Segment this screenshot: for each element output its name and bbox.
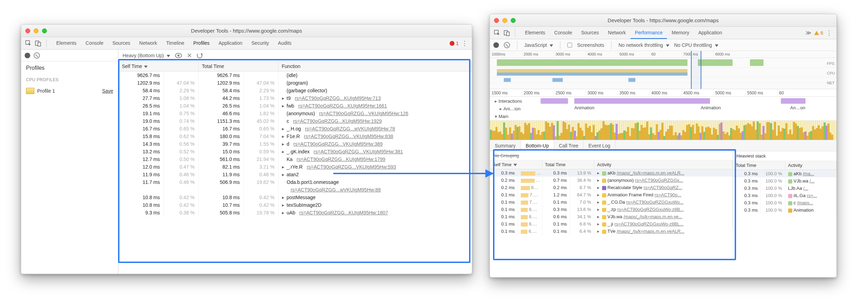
network-throttle-select[interactable]: No network throttling [618, 42, 669, 48]
col-total-time[interactable]: Total Time [733, 161, 785, 170]
profile-row[interactable]: 26.5 ms1.04 %26.5 ms1.04 %▸fwb rs=ACT90o… [118, 102, 472, 110]
overview-selection[interactable] [691, 51, 701, 89]
profile-row[interactable]: 12.7 ms0.50 %561.0 ms21.94 %Ka rs=ACT90o… [118, 155, 472, 163]
heaviest-row[interactable]: 0.3 ms100.0 %VJb.wa /... [733, 177, 836, 185]
tab-profiles[interactable]: Profiles [189, 37, 214, 49]
profile-row[interactable]: rs=ACT90oGqRZGG...wVKUIgM95Hw:88 [118, 186, 472, 194]
zoom-window-button[interactable] [42, 28, 47, 33]
tab-network[interactable]: Network [135, 37, 161, 49]
source-link[interactable]: /ma... [803, 171, 814, 176]
clear-icon[interactable] [504, 42, 510, 48]
source-link[interactable]: /maps... [797, 200, 813, 205]
col-self-time[interactable]: Self Time [118, 61, 198, 71]
record-icon[interactable] [493, 42, 499, 48]
source-link[interactable]: /maps/_/js/k=maps.m.en.yeALR... [617, 170, 684, 176]
profile-row[interactable]: 58.4 ms2.29 %58.4 ms2.29 %(garbage colle… [118, 87, 472, 94]
close-window-button[interactable] [494, 18, 499, 23]
profile-row[interactable]: 12.0 ms0.47 %82.1 ms3.21 %▸_.rYe.R rs=AC… [118, 163, 472, 171]
profile-row[interactable]: 14.3 ms0.56 %39.7 ms1.55 %▸d rs=ACT90oGq… [118, 140, 472, 148]
bottomup-row[interactable]: 0.1 ms7.3 %1.2 ms64.7 %▸Animation Frame … [490, 191, 733, 198]
device-toolbar-icon[interactable] [34, 40, 42, 47]
bottom-tab-summary[interactable]: Summary [490, 140, 521, 151]
source-link[interactable]: rs=ACT90oGqRZGG...KUIgM95Hw:1929 [293, 118, 382, 124]
profile-item[interactable]: Profile 1 Save [21, 85, 118, 97]
minimize-window-button[interactable] [502, 18, 507, 23]
tab-memory[interactable]: Memory [668, 27, 694, 39]
profile-row[interactable]: 27.7 ms1.08 %44.2 ms1.73 %▸t9 rs=ACT90oG… [118, 94, 472, 102]
heaviest-row[interactable]: 0.3 ms100.0 %Animation [733, 206, 836, 214]
heaviest-row[interactable]: 0.3 ms100.0 %LJb.Aa /... [733, 185, 836, 192]
source-link[interactable]: rs=ACT90oGqRZ... [644, 185, 683, 190]
zoom-window-button[interactable] [511, 18, 516, 23]
tab-elements[interactable]: Elements [52, 37, 81, 49]
profile-row[interactable]: 1202.9 ms47.04 %1202.9 ms47.04 %(program… [118, 79, 472, 87]
error-count-badge[interactable]: 1 [450, 41, 459, 46]
bottomup-row[interactable]: 0.1 ms6.8 %0.3 ms13.6 %▸_.zp rs=ACT90oGq… [490, 206, 733, 213]
source-link[interactable]: rs=ACT90oGqRZGG...KUIgM95Hw:1799 [297, 156, 385, 162]
heaviest-row[interactable]: 0.3 ms100.0 %c /maps... [733, 199, 836, 206]
profile-row[interactable]: 9626.7 ms9626.7 ms(idle) [118, 71, 472, 79]
tab-application[interactable]: Application [694, 27, 726, 39]
bottomup-row[interactable]: 0.1 ms7.0 %0.1 ms7.0 %▸_.CG.Da rs=ACT90o… [490, 198, 733, 206]
heaviest-row[interactable]: 0.3 ms100.0 %iIL.Ga rs=... [733, 192, 836, 199]
tab-sources[interactable]: Sources [577, 27, 603, 39]
bottomup-row[interactable]: 0.2 ms8.7 %0.2 ms8.7 %▸Recalculate Style… [490, 184, 733, 191]
source-link[interactable]: /... [803, 186, 808, 191]
source-link[interactable]: /maps/_/js/k=maps.m.en.ye... [624, 214, 682, 219]
kebab-menu-icon[interactable]: ⋮ [461, 40, 468, 47]
main-track[interactable]: Main [490, 112, 836, 120]
source-link[interactable]: rs=ACT90oGqRZGG...VKUIgM95Hw:389 [293, 141, 383, 147]
bottom-tab-bottom-up[interactable]: Bottom-Up [521, 140, 554, 151]
source-link[interactable]: rs=ACT90oGqRZGGxuWo-z8B... [617, 207, 684, 212]
source-link[interactable]: rs=ACT90oGqRZGG...VKUIgM95Hw:126 [319, 111, 408, 116]
bottomup-row[interactable]: 0.3 ms13.9 %0.3 ms13.9 %▸aKb /maps/_/js/… [490, 169, 733, 177]
source-link[interactable]: rs=ACT90oGqRZGGxuWo... [626, 199, 684, 205]
tab-network[interactable]: Network [604, 27, 630, 39]
heaviest-row[interactable]: 0.3 ms100.0 %aKb /ma... [733, 170, 836, 178]
source-link[interactable]: rs=ACT90oGqRZGG...KUIgM95Hw:1807 [299, 210, 388, 215]
kebab-menu-icon[interactable]: ⋮ [825, 29, 833, 37]
source-link[interactable]: rs=ACT90oGqRZGG...VKUIgM95Hw:838 [304, 134, 393, 139]
col-total-time[interactable]: Total Time [198, 61, 278, 71]
source-link[interactable]: /... [810, 178, 815, 184]
source-link[interactable]: rs=ACT90oGqRZGG...KUIgM95Hw:713 [295, 95, 381, 101]
bottomup-row[interactable]: 0.1 ms6.8 %0.6 ms34.1 %▸VJb.wa /maps/_/j… [490, 213, 733, 220]
focus-icon[interactable] [175, 53, 182, 58]
tab-performance[interactable]: Performance [631, 27, 667, 39]
source-link[interactable]: rs=... [807, 193, 817, 198]
profile-row[interactable]: 11.9 ms0.46 %11.9 ms0.46 %▸atan2 [118, 171, 472, 178]
view-select[interactable]: Heavy (Bottom Up) [123, 53, 170, 58]
more-tabs-icon[interactable]: ≫ [804, 29, 812, 37]
tab-application[interactable]: Application [215, 37, 247, 49]
tab-security[interactable]: Security [247, 37, 273, 49]
inspect-element-icon[interactable] [493, 29, 501, 37]
col-total-time[interactable]: Total Time [542, 160, 594, 169]
profile-row[interactable]: 13.2 ms0.52 %15.0 ms0.59 %▸_.gK.index rs… [118, 148, 472, 155]
scope-select[interactable]: JavaScript [524, 42, 553, 48]
close-icon[interactable]: ✕ [187, 52, 192, 59]
record-icon[interactable] [25, 53, 30, 58]
reload-icon[interactable] [197, 53, 202, 58]
no-grouping-label[interactable]: No Grouping [490, 151, 733, 160]
profile-row[interactable]: 15.8 ms0.62 %180.0 ms7.04 %▸F1e.R rs=ACT… [118, 133, 472, 140]
profile-row[interactable]: 9.3 ms0.36 %505.8 ms19.78 %▸uAb rs=ACT90… [118, 209, 472, 216]
bottomup-row[interactable]: 0.1 ms6.4 %0.1 ms6.4 %▸TVe /maps/_/js/k=… [490, 228, 733, 235]
bottom-tab-event-log[interactable]: Event Log [584, 140, 616, 151]
source-link[interactable]: rs=ACT90oGqRZGG...KUIgM95Hw:1661 [298, 103, 387, 109]
profile-row[interactable]: 19.1 ms0.75 %46.6 ms1.82 %(anonymous) rs… [118, 110, 472, 117]
profile-row[interactable]: 10.8 ms0.42 %10.7 ms0.42 %▸texSubImage2D [118, 201, 472, 209]
source-link[interactable]: rs=ACT90oGqRZGG...VKUIgM95Hw:593 [307, 164, 396, 170]
bottomup-row[interactable]: 0.1 ms6.8 %0.1 ms6.8 %▸_.ji rs=ACT90oGqR… [490, 220, 733, 228]
source-link[interactable]: rs=ACT90oGqRZGG...wVKUIgM95Hw:78 [305, 126, 395, 131]
col-self-time[interactable]: Self Time [490, 160, 542, 169]
profile-row[interactable]: 10.8 ms0.42 %10.8 ms0.42 %▸postMessage [118, 194, 472, 201]
col-function[interactable]: Function [278, 61, 471, 71]
tab-sources[interactable]: Sources [108, 37, 134, 49]
interactions-track[interactable]: Interactions [490, 97, 836, 105]
tab-audits[interactable]: Audits [274, 37, 296, 49]
device-toolbar-icon[interactable] [503, 29, 511, 37]
warning-count-badge[interactable]: 6 [814, 30, 823, 36]
clear-icon[interactable] [34, 52, 40, 59]
cpu-throttle-select[interactable]: No CPU throttling [674, 42, 718, 48]
source-link[interactable]: rs=ACT90o... [654, 192, 681, 197]
